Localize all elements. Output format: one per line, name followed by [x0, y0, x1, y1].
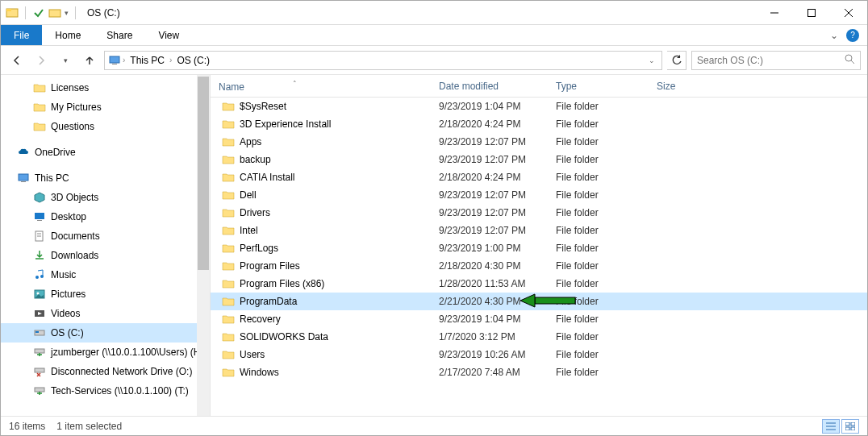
file-date: 1/7/2020 3:12 PM	[432, 331, 549, 343]
content: Name˄ Date modified Type Size $SysReset9…	[211, 75, 867, 416]
file-type: File folder	[549, 349, 650, 360]
column-headers: Name˄ Date modified Type Size	[211, 75, 867, 98]
tab-share[interactable]: Share	[94, 25, 145, 45]
sidebar[interactable]: LicensesMy PicturesQuestions OneDrive Th…	[1, 75, 211, 416]
sidebar-item[interactable]: Pictures	[1, 284, 210, 304]
file-list[interactable]: $SysReset9/23/2019 1:04 PMFile folder3D …	[211, 98, 867, 416]
table-row[interactable]: Apps9/23/2019 12:07 PMFile folder	[211, 133, 867, 151]
music-icon	[33, 268, 46, 281]
table-row[interactable]: backup9/23/2019 12:07 PMFile folder	[211, 151, 867, 168]
sidebar-item[interactable]: Disconnected Network Drive (O:)	[1, 362, 210, 381]
breadcrumb-thispc[interactable]: This PC	[127, 55, 168, 66]
file-name: Users	[240, 349, 265, 360]
file-date: 2/18/2020 4:30 PM	[432, 260, 549, 272]
view-details-button[interactable]	[822, 419, 840, 434]
table-row[interactable]: $SysReset9/23/2019 1:04 PMFile folder	[211, 98, 867, 115]
table-row[interactable]: SOLIDWORKS Data1/7/2020 3:12 PMFile fold…	[211, 328, 867, 346]
table-row[interactable]: Program Files (x86)1/28/2020 11:53 AMFil…	[211, 275, 867, 293]
recent-dropdown-icon[interactable]: ▾	[56, 51, 75, 70]
file-date: 9/23/2019 12:07 PM	[432, 225, 549, 236]
file-type: File folder	[549, 296, 650, 307]
table-row[interactable]: Drivers9/23/2019 12:07 PMFile folder	[211, 204, 867, 222]
sidebar-item[interactable]: Downloads	[1, 246, 210, 265]
folder-icon	[222, 224, 235, 237]
sidebar-item[interactable]: jzumberger (\\10.0.1.100\Users) (H	[1, 343, 210, 362]
table-row[interactable]: Windows2/17/2020 7:48 AMFile folder	[211, 363, 867, 381]
sidebar-item[interactable]: My Pictures	[1, 98, 210, 117]
forward-button[interactable]	[31, 51, 51, 70]
file-name: Drivers	[240, 207, 270, 218]
maximize-button[interactable]	[793, 1, 830, 25]
breadcrumb-drive[interactable]: OS (C:)	[173, 55, 213, 66]
sidebar-item[interactable]: 3D Objects	[1, 188, 210, 207]
file-type: File folder	[549, 154, 650, 165]
search-field[interactable]	[697, 55, 844, 66]
file-name: ProgramData	[240, 296, 297, 307]
sidebar-item[interactable]: Desktop	[1, 207, 210, 226]
file-date: 9/23/2019 12:07 PM	[432, 207, 549, 218]
svg-rect-12	[21, 181, 26, 182]
properties-icon[interactable]	[32, 6, 45, 19]
file-type: File folder	[549, 172, 650, 183]
qat-folder-icon[interactable]	[48, 6, 61, 19]
table-row[interactable]: Users9/23/2019 10:26 AMFile folder	[211, 346, 867, 363]
back-button[interactable]	[7, 51, 27, 70]
svg-point-9	[845, 55, 852, 61]
svg-point-19	[35, 276, 39, 279]
chevron-right-icon[interactable]: ›	[123, 56, 125, 64]
file-type: File folder	[549, 314, 650, 325]
sidebar-item[interactable]: OS (C:)	[1, 323, 210, 343]
column-name[interactable]: Name˄	[211, 80, 432, 93]
chevron-right-icon[interactable]: ›	[169, 56, 172, 64]
sidebar-item[interactable]: Videos	[1, 304, 210, 323]
file-date: 9/23/2019 1:04 PM	[432, 314, 549, 325]
search-input[interactable]	[691, 51, 861, 70]
table-row[interactable]: Dell9/23/2019 12:07 PMFile folder	[211, 186, 867, 204]
table-row[interactable]: Program Files2/18/2020 4:30 PMFile folde…	[211, 257, 867, 275]
scrollbar[interactable]	[197, 75, 210, 416]
explorer-icon	[6, 6, 19, 19]
status-selection: 1 item selected	[56, 421, 122, 432]
table-row[interactable]: Recovery9/23/2019 1:04 PMFile folder	[211, 310, 867, 328]
sidebar-thispc[interactable]: This PC	[1, 168, 210, 188]
qat-dropdown-icon[interactable]: ▾	[65, 9, 69, 17]
sidebar-item[interactable]: Documents	[1, 226, 210, 246]
column-date[interactable]: Date modified	[432, 81, 549, 92]
table-row[interactable]: ProgramData2/21/2020 4:30 PMFile folder	[211, 293, 867, 310]
column-size[interactable]: Size	[650, 81, 715, 92]
sidebar-onedrive[interactable]: OneDrive	[1, 143, 210, 162]
tab-home[interactable]: Home	[42, 25, 94, 45]
tab-view[interactable]: View	[145, 25, 192, 45]
table-row[interactable]: PerfLogs9/23/2019 1:00 PMFile folder	[211, 239, 867, 257]
column-type[interactable]: Type	[549, 81, 650, 92]
scrollbar-thumb[interactable]	[198, 77, 209, 270]
close-button[interactable]	[830, 1, 867, 25]
file-type: File folder	[549, 207, 650, 218]
file-name: $SysReset	[240, 101, 286, 112]
breadcrumb-dropdown-icon[interactable]: ⌄	[649, 56, 655, 64]
sidebar-item[interactable]: Licenses	[1, 78, 210, 98]
sidebar-item[interactable]: Questions	[1, 117, 210, 136]
main: LicensesMy PicturesQuestions OneDrive Th…	[1, 75, 867, 416]
table-row[interactable]: Intel9/23/2019 12:07 PMFile folder	[211, 222, 867, 239]
sidebar-item-label: Licenses	[51, 82, 89, 93]
pictures-icon	[33, 288, 46, 301]
ribbon-expand-icon[interactable]: ⌄	[830, 30, 838, 41]
view-thumbnails-button[interactable]	[841, 419, 859, 434]
up-button[interactable]	[80, 51, 99, 70]
table-row[interactable]: CATIA Install2/18/2020 4:24 PMFile folde…	[211, 168, 867, 186]
sidebar-item[interactable]: Music	[1, 265, 210, 284]
sidebar-item[interactable]: Tech-Services (\\10.0.1.100) (T:)	[1, 381, 210, 401]
tab-file[interactable]: File	[1, 25, 42, 45]
file-name: Program Files	[240, 260, 300, 272]
search-icon[interactable]	[844, 53, 855, 67]
refresh-button[interactable]	[667, 51, 686, 70]
minimize-button[interactable]	[756, 1, 793, 25]
folder-icon	[222, 153, 235, 166]
desktop-icon	[33, 210, 46, 223]
table-row[interactable]: 3D Experience Install2/18/2020 4:24 PMFi…	[211, 115, 867, 133]
breadcrumb[interactable]: › This PC › OS (C:) ⌄	[104, 51, 662, 70]
help-icon[interactable]: ?	[846, 29, 859, 42]
file-date: 9/23/2019 10:26 AM	[432, 349, 549, 360]
file-type: File folder	[549, 189, 650, 201]
